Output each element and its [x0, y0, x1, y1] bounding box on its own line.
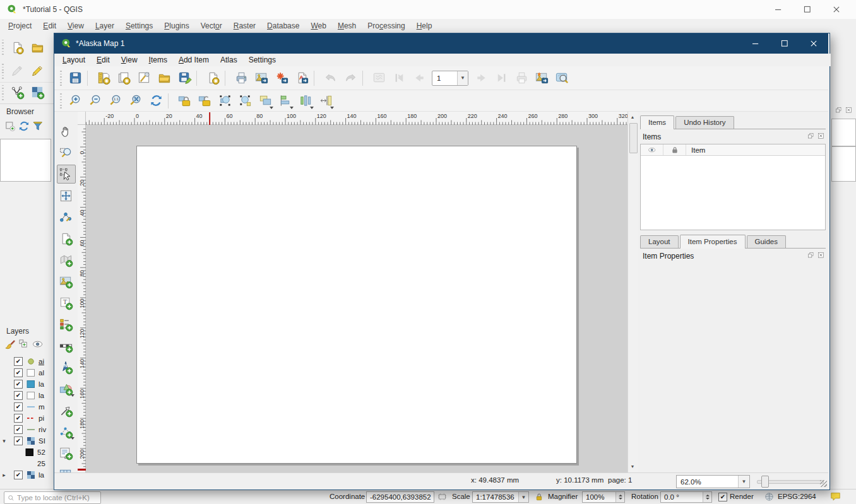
lock-scale-icon[interactable] — [534, 492, 544, 502]
crs-globe-icon[interactable] — [764, 491, 775, 502]
lock-items-button[interactable] — [175, 91, 194, 110]
spinner-arrows[interactable] — [703, 492, 711, 502]
search-input[interactable] — [17, 494, 114, 501]
menu-layout[interactable]: Layout — [57, 54, 91, 66]
edit-nodes-tool-button[interactable] — [57, 208, 76, 226]
layer-row-riv[interactable]: ✔riv — [0, 424, 54, 435]
main-minimize-button[interactable] — [764, 0, 793, 19]
add-layer-icon[interactable] — [4, 120, 18, 134]
layer-row-ai[interactable]: ✔ai — [0, 356, 54, 367]
menu-items[interactable]: Items — [143, 54, 173, 66]
add-page-button[interactable] — [57, 229, 76, 248]
menu-view[interactable]: View — [62, 19, 90, 33]
export-atlas-button[interactable] — [532, 69, 551, 88]
menu-view[interactable]: View — [116, 54, 143, 66]
export-pdf-button[interactable]: A — [292, 69, 311, 88]
layer-row-la[interactable]: ▸✔la — [0, 469, 54, 481]
new-project-button[interactable] — [8, 38, 27, 57]
layer-row-52[interactable]: 52 — [0, 447, 54, 458]
tab-item-properties[interactable]: Item Properties — [680, 235, 746, 249]
layer-checkbox[interactable]: ✔ — [14, 368, 23, 377]
add-3d-map-button[interactable] — [57, 250, 76, 269]
layer-row-pi[interactable]: ✔pi — [0, 413, 54, 424]
chevron-down-icon[interactable]: ▼ — [738, 476, 749, 488]
ungroup-items-button[interactable] — [235, 91, 254, 110]
toolbar-handle[interactable] — [1, 40, 4, 55]
scale-combobox[interactable]: 1:17478536 ▼ — [472, 491, 529, 503]
menu-processing[interactable]: Processing — [362, 19, 410, 33]
chevron-down-icon[interactable]: ▼ — [457, 71, 468, 85]
print-button[interactable] — [232, 69, 251, 88]
atlas-page-combobox[interactable]: 1▼ — [432, 71, 468, 86]
open-layout-button[interactable] — [155, 69, 174, 88]
unlock-items-button[interactable] — [195, 91, 214, 110]
add-label-button[interactable]: T — [57, 293, 76, 312]
zoom-full-button[interactable] — [126, 91, 145, 110]
pan-tool-button[interactable] — [57, 122, 76, 141]
duplicate-layout-button[interactable] — [114, 69, 133, 88]
refresh-icon[interactable] — [18, 120, 32, 134]
zoom-out-button[interactable] — [86, 91, 105, 110]
style-manager-icon[interactable] — [4, 338, 18, 352]
zoom-combobox[interactable]: 62.0% ▼ — [676, 475, 750, 488]
open-project-button[interactable] — [28, 38, 47, 57]
layer-checkbox[interactable]: ✔ — [14, 357, 23, 366]
magnifier-spinner[interactable]: 100% — [582, 491, 625, 503]
panel-float-button[interactable] — [835, 106, 843, 114]
group-items-button[interactable] — [215, 91, 234, 110]
scroll-up-arrow[interactable]: ▲ — [628, 112, 637, 122]
items-table[interactable]: Item — [640, 144, 826, 230]
menu-add-item[interactable]: Add Item — [173, 54, 215, 66]
layout-properties-button[interactable] — [134, 69, 153, 88]
zoom-slider-handle[interactable] — [761, 476, 769, 488]
menu-vector[interactable]: Vector — [195, 19, 228, 33]
new-shapefile-button[interactable] — [8, 83, 27, 102]
layer-row-la[interactable]: ✔la — [0, 390, 54, 401]
resize-grip[interactable] — [820, 480, 827, 487]
locator-search[interactable] — [4, 491, 101, 504]
menu-mesh[interactable]: Mesh — [332, 19, 362, 33]
messages-icon[interactable] — [829, 491, 841, 503]
panel-close-button[interactable] — [817, 251, 825, 259]
menu-web[interactable]: Web — [305, 19, 331, 33]
menu-help[interactable]: Help — [411, 19, 438, 33]
layer-row-si[interactable]: ▾✔SI — [0, 435, 54, 447]
menu-database[interactable]: Database — [261, 19, 305, 33]
render-checkbox[interactable]: ✔ — [718, 493, 727, 501]
spinner-arrows[interactable] — [615, 492, 624, 502]
menu-settings[interactable]: Settings — [120, 19, 158, 33]
preview-atlas-button[interactable] — [552, 69, 571, 88]
menu-project[interactable]: Project — [3, 19, 37, 33]
tab-guides[interactable]: Guides — [747, 235, 786, 248]
expander-icon[interactable]: ▸ — [0, 472, 8, 478]
coordinate-field[interactable]: -6295400,6393852 — [366, 491, 434, 503]
align-items-button[interactable] — [276, 91, 295, 110]
scrollbar-thumb[interactable] — [629, 123, 638, 153]
move-content-tool-button[interactable] — [57, 186, 76, 205]
scroll-down-arrow[interactable]: ▼ — [628, 462, 637, 471]
menu-atlas[interactable]: Atlas — [215, 54, 243, 66]
panel-float-button[interactable] — [807, 132, 815, 140]
menu-raster[interactable]: Raster — [228, 19, 261, 33]
panel-float-button[interactable] — [807, 251, 815, 259]
browser-tree[interactable] — [0, 139, 51, 182]
export-image-button[interactable] — [252, 69, 271, 88]
main-close-button[interactable] — [822, 0, 851, 19]
zoom-in-button[interactable] — [66, 91, 85, 110]
visibility-icon[interactable] — [32, 338, 45, 352]
resize-items-button[interactable] — [316, 91, 335, 110]
extent-icon[interactable] — [437, 491, 448, 502]
layer-checkbox[interactable]: ✔ — [14, 391, 23, 400]
panel-close-button[interactable] — [845, 106, 853, 114]
toggle-editing-button[interactable] — [28, 62, 47, 81]
add-pages-button[interactable] — [203, 69, 222, 88]
toolbar-handle[interactable] — [59, 71, 62, 86]
export-svg-button[interactable] — [272, 69, 291, 88]
add-arrow-button[interactable] — [57, 401, 76, 419]
tab-items[interactable]: Items — [640, 115, 674, 129]
zoom-tool-button[interactable] — [57, 143, 76, 162]
layer-checkbox[interactable]: ✔ — [14, 402, 23, 411]
save-as-template-button[interactable] — [175, 69, 194, 88]
main-maximize-button[interactable] — [793, 0, 822, 19]
new-raster-button[interactable] — [28, 83, 47, 102]
